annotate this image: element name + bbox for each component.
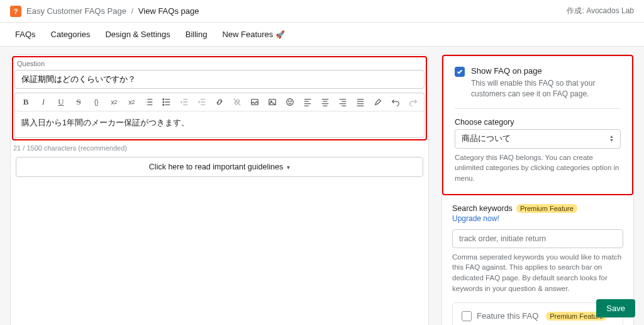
indent-icon[interactable] xyxy=(196,96,208,108)
save-button[interactable]: Save xyxy=(596,299,635,317)
feature-faq-label: Feature this FAQ xyxy=(477,311,538,321)
faq-settings-panel: Show FAQ on page This will enable this F… xyxy=(441,54,634,325)
underline-icon[interactable]: U xyxy=(55,96,67,108)
page-title: View FAQs page xyxy=(138,6,199,16)
svg-point-6 xyxy=(287,99,294,106)
ordered-list-icon[interactable] xyxy=(143,96,155,108)
undo-icon[interactable] xyxy=(390,96,401,108)
outdent-icon[interactable] xyxy=(179,96,190,108)
author-credit: 作成: Avocados Lab xyxy=(567,6,634,16)
select-caret-icon: ▲▼ xyxy=(609,135,614,142)
editor-toolbar: B I U S {} x2 x2 xyxy=(15,93,424,111)
svg-point-7 xyxy=(289,101,289,101)
svg-point-2 xyxy=(163,105,164,106)
subscript-icon[interactable]: x2 xyxy=(126,96,137,108)
bold-icon[interactable]: B xyxy=(20,96,31,108)
search-keywords-label: Search keywords Premium Feature Upgrade … xyxy=(452,204,623,223)
upgrade-link[interactable]: Upgrade now! xyxy=(452,214,499,223)
align-justify-icon[interactable] xyxy=(355,96,366,108)
answer-editor: B I U S {} x2 x2 xyxy=(14,93,425,138)
show-on-page-label: Show FAQ on page xyxy=(471,66,621,76)
strike-icon[interactable]: S xyxy=(73,96,84,108)
highlighter-icon[interactable] xyxy=(372,96,384,108)
category-label: Choose category xyxy=(455,118,621,127)
unlink-icon[interactable] xyxy=(231,96,243,108)
align-right-icon[interactable] xyxy=(337,96,348,108)
tabs: FAQs Categories Design & Settings Billin… xyxy=(0,23,644,47)
guidelines-button[interactable]: Click here to read important guidelines … xyxy=(16,157,423,177)
search-keywords-input[interactable] xyxy=(452,229,623,248)
redo-icon[interactable] xyxy=(408,96,419,108)
svg-point-8 xyxy=(291,101,291,101)
tab-faqs[interactable]: FAQs xyxy=(15,30,36,39)
align-center-icon[interactable] xyxy=(319,96,331,108)
image-icon[interactable] xyxy=(267,96,278,108)
category-select[interactable]: 商品について ▲▼ xyxy=(455,129,621,149)
answer-body[interactable]: 購入日から1年間のメーカー保証がつきます。 xyxy=(15,111,424,137)
svg-point-0 xyxy=(163,99,164,100)
rocket-icon: 🚀 xyxy=(275,30,285,39)
tab-billing[interactable]: Billing xyxy=(186,30,208,39)
app-name[interactable]: Easy Customer FAQs Page xyxy=(26,6,126,16)
chevron-down-icon: ▾ xyxy=(287,164,290,171)
svg-point-1 xyxy=(163,101,164,103)
image-frame-icon[interactable] xyxy=(249,96,260,108)
premium-badge: Premium Feature xyxy=(516,204,577,213)
link-icon[interactable] xyxy=(214,96,225,108)
italic-icon[interactable]: I xyxy=(38,96,49,108)
question-label: Question xyxy=(14,59,425,70)
char-count: 21 / 1500 characters (recommended) xyxy=(11,140,428,157)
category-help: Category this FAQ belongs. You can creat… xyxy=(455,152,621,184)
question-input[interactable] xyxy=(14,70,425,89)
show-on-page-help: This will enable this FAQ so that your c… xyxy=(471,78,621,100)
app-icon: ? xyxy=(10,6,21,17)
align-left-icon[interactable] xyxy=(302,96,313,108)
emoji-icon[interactable] xyxy=(284,96,296,108)
show-on-page-checkbox[interactable] xyxy=(455,67,465,77)
tab-design-settings[interactable]: Design & Settings xyxy=(105,30,170,39)
search-keywords-help: Comma seperated keywords you would like … xyxy=(452,252,623,294)
tab-categories[interactable]: Categories xyxy=(51,30,91,39)
faq-editor-panel: Question B I U S {} x2 x2 xyxy=(10,54,429,325)
superscript-icon[interactable]: x2 xyxy=(108,96,119,108)
unordered-list-icon[interactable] xyxy=(161,96,172,108)
breadcrumb: Easy Customer FAQs Page / View FAQs page xyxy=(26,6,199,16)
code-braces-icon[interactable]: {} xyxy=(91,96,102,108)
feature-faq-checkbox[interactable] xyxy=(462,311,472,321)
tab-new-features[interactable]: New Features 🚀 xyxy=(222,30,285,39)
